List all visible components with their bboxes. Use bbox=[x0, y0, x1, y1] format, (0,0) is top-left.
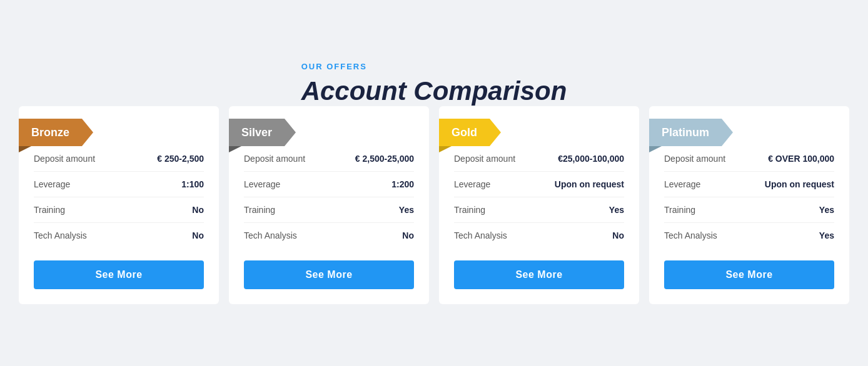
silver-row-0: Deposit amount€ 2,500-25,000 bbox=[244, 146, 414, 172]
bronze-row-2-label: Training bbox=[34, 205, 65, 215]
bronze-row-0-value: € 250-2,500 bbox=[157, 154, 204, 164]
bronze-see-more-button[interactable]: See More bbox=[34, 260, 204, 289]
silver-row-3-value: No bbox=[402, 230, 414, 240]
bronze-row-3-label: Tech Analysis bbox=[34, 230, 87, 240]
bronze-row-1-value: 1:100 bbox=[181, 179, 204, 189]
header-title: Account Comparison bbox=[301, 76, 567, 106]
bronze-tag-tail bbox=[19, 146, 31, 152]
platinum-row-3-label: Tech Analysis bbox=[664, 230, 717, 240]
gold-tag-tail bbox=[439, 146, 452, 152]
silver-row-1: Leverage1:200 bbox=[244, 172, 414, 197]
bronze-tag: Bronze bbox=[19, 119, 82, 146]
bronze-row-1-label: Leverage bbox=[34, 179, 70, 189]
silver-see-more-button[interactable]: See More bbox=[244, 260, 414, 289]
platinum-row-2-value: Yes bbox=[819, 205, 834, 215]
silver-row-0-value: € 2,500-25,000 bbox=[355, 154, 414, 164]
gold-row-2-value: Yes bbox=[609, 205, 624, 215]
header-subtitle: OUR OFFERS bbox=[301, 62, 567, 71]
platinum-row-3: Tech AnalysisYes bbox=[664, 223, 834, 248]
platinum-see-more-button[interactable]: See More bbox=[664, 260, 834, 289]
gold-row-1-value: Upon on request bbox=[555, 179, 624, 189]
gold-body: Deposit amount€25,000-100,000LeverageUpo… bbox=[439, 146, 639, 248]
platinum-row-1-value: Upon on request bbox=[765, 179, 834, 189]
platinum-row-2-label: Training bbox=[664, 205, 695, 215]
gold-row-0: Deposit amount€25,000-100,000 bbox=[454, 146, 624, 172]
gold-row-0-label: Deposit amount bbox=[454, 154, 515, 164]
platinum-body: Deposit amount€ OVER 100,000LeverageUpon… bbox=[649, 146, 849, 248]
platinum-row-3-value: Yes bbox=[819, 230, 834, 240]
platinum-row-0-label: Deposit amount bbox=[664, 154, 725, 164]
bronze-body: Deposit amount€ 250-2,500Leverage1:100Tr… bbox=[19, 146, 219, 248]
gold-tag: Gold bbox=[439, 119, 490, 146]
silver-row-2-label: Training bbox=[244, 205, 275, 215]
platinum-tag-label: Platinum bbox=[649, 119, 722, 146]
bronze-row-0: Deposit amount€ 250-2,500 bbox=[34, 146, 204, 172]
platinum-row-2: TrainingYes bbox=[664, 197, 834, 223]
platinum-tag: Platinum bbox=[649, 119, 722, 146]
gold-row-0-value: €25,000-100,000 bbox=[558, 154, 624, 164]
gold-row-3-label: Tech Analysis bbox=[454, 230, 507, 240]
page-header: OUR OFFERS Account Comparison bbox=[301, 62, 567, 106]
silver-tag-tail bbox=[229, 146, 241, 152]
gold-tag-label: Gold bbox=[439, 119, 490, 146]
platinum-tag-tail bbox=[649, 146, 662, 152]
gold-row-1: LeverageUpon on request bbox=[454, 172, 624, 197]
platinum-row-0: Deposit amount€ OVER 100,000 bbox=[664, 146, 834, 172]
silver-row-2: TrainingYes bbox=[244, 197, 414, 223]
gold-row-2-label: Training bbox=[454, 205, 485, 215]
silver-row-0-label: Deposit amount bbox=[244, 154, 305, 164]
gold-row-1-label: Leverage bbox=[454, 179, 490, 189]
silver-tag: Silver bbox=[229, 119, 285, 146]
silver-row-1-label: Leverage bbox=[244, 179, 280, 189]
bronze-tag-label: Bronze bbox=[19, 119, 82, 146]
bronze-row-1: Leverage1:100 bbox=[34, 172, 204, 197]
card-gold: GoldDeposit amount€25,000-100,000Leverag… bbox=[439, 106, 639, 304]
gold-row-3-value: No bbox=[612, 230, 624, 240]
gold-see-more-button[interactable]: See More bbox=[454, 260, 624, 289]
gold-row-2: TrainingYes bbox=[454, 197, 624, 223]
silver-row-1-value: 1:200 bbox=[391, 179, 414, 189]
silver-body: Deposit amount€ 2,500-25,000Leverage1:20… bbox=[229, 146, 429, 248]
card-silver: SilverDeposit amount€ 2,500-25,000Levera… bbox=[229, 106, 429, 304]
bronze-row-0-label: Deposit amount bbox=[34, 154, 95, 164]
card-bronze: BronzeDeposit amount€ 250-2,500Leverage1… bbox=[19, 106, 219, 304]
bronze-row-3: Tech AnalysisNo bbox=[34, 223, 204, 248]
card-platinum: PlatinumDeposit amount€ OVER 100,000Leve… bbox=[649, 106, 849, 304]
gold-row-3: Tech AnalysisNo bbox=[454, 223, 624, 248]
bronze-row-3-value: No bbox=[192, 230, 204, 240]
bronze-row-2: TrainingNo bbox=[34, 197, 204, 223]
silver-row-2-value: Yes bbox=[399, 205, 414, 215]
platinum-row-1-label: Leverage bbox=[664, 179, 700, 189]
bronze-row-2-value: No bbox=[192, 205, 204, 215]
cards-container: BronzeDeposit amount€ 250-2,500Leverage1… bbox=[15, 106, 853, 304]
silver-row-3-label: Tech Analysis bbox=[244, 230, 297, 240]
silver-tag-label: Silver bbox=[229, 119, 285, 146]
platinum-row-0-value: € OVER 100,000 bbox=[768, 154, 834, 164]
silver-row-3: Tech AnalysisNo bbox=[244, 223, 414, 248]
platinum-row-1: LeverageUpon on request bbox=[664, 172, 834, 197]
